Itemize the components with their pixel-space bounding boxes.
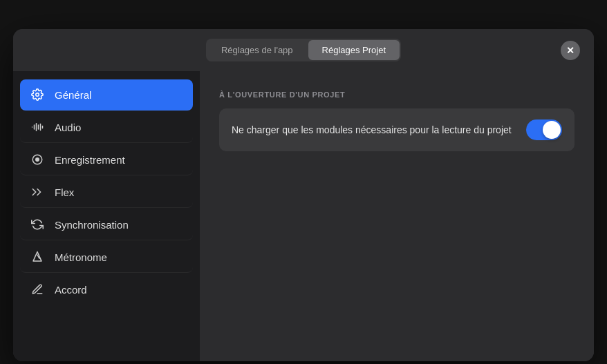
svg-marker-9 <box>33 252 41 262</box>
settings-modal: Réglages de l'app Réglages Projet ✕ Géné… <box>13 29 594 361</box>
sidebar-item-metronome[interactable]: Métronome <box>20 242 193 273</box>
tab-group: Réglages de l'app Réglages Projet <box>206 39 401 61</box>
modal-header: Réglages de l'app Réglages Projet ✕ <box>13 29 594 71</box>
sidebar-item-synchronisation[interactable]: Synchronisation <box>20 209 193 240</box>
svg-point-8 <box>35 157 39 162</box>
toggle-container[interactable] <box>526 119 562 140</box>
content-area: À L'OUVERTURE D'UN PROJET Ne charger que… <box>200 71 594 361</box>
setting-text-load-modules: Ne charger que les modules nécessaires p… <box>232 123 512 137</box>
modal-overlay: Réglages de l'app Réglages Projet ✕ Géné… <box>0 0 607 364</box>
sidebar-label-accord: Accord <box>55 284 87 296</box>
modal-body: Général Audio <box>13 71 594 361</box>
metronome-icon <box>30 249 45 265</box>
flex-icon <box>30 184 45 200</box>
section-label: À L'OUVERTURE D'UN PROJET <box>219 90 575 99</box>
sidebar-item-general[interactable]: Général <box>20 79 193 111</box>
tab-project-settings[interactable]: Réglages Projet <box>308 40 400 60</box>
sidebar-label-enregistrement: Enregistrement <box>55 154 125 166</box>
record-icon <box>30 152 45 167</box>
close-button[interactable]: ✕ <box>561 41 580 60</box>
setting-card-load-modules: Ne charger que les modules nécessaires p… <box>219 108 575 151</box>
toggle-load-modules[interactable] <box>526 119 562 140</box>
toggle-knob <box>543 121 561 139</box>
gear-icon <box>30 87 45 102</box>
accord-icon <box>30 282 45 297</box>
sidebar-item-accord[interactable]: Accord <box>20 274 193 305</box>
sidebar-label-general: Général <box>55 89 91 101</box>
tab-app-settings[interactable]: Réglages de l'app <box>207 40 307 60</box>
sidebar: Général Audio <box>13 71 200 361</box>
sidebar-item-flex[interactable]: Flex <box>20 177 193 208</box>
sync-icon <box>30 217 45 232</box>
sidebar-label-flex: Flex <box>55 186 74 198</box>
svg-point-0 <box>36 93 39 97</box>
sidebar-label-metronome: Métronome <box>55 251 107 263</box>
sidebar-label-synchronisation: Synchronisation <box>55 219 129 231</box>
sidebar-label-audio: Audio <box>55 122 81 133</box>
sidebar-item-enregistrement[interactable]: Enregistrement <box>20 144 193 175</box>
audio-icon <box>30 119 45 135</box>
sidebar-item-audio[interactable]: Audio <box>20 112 193 143</box>
